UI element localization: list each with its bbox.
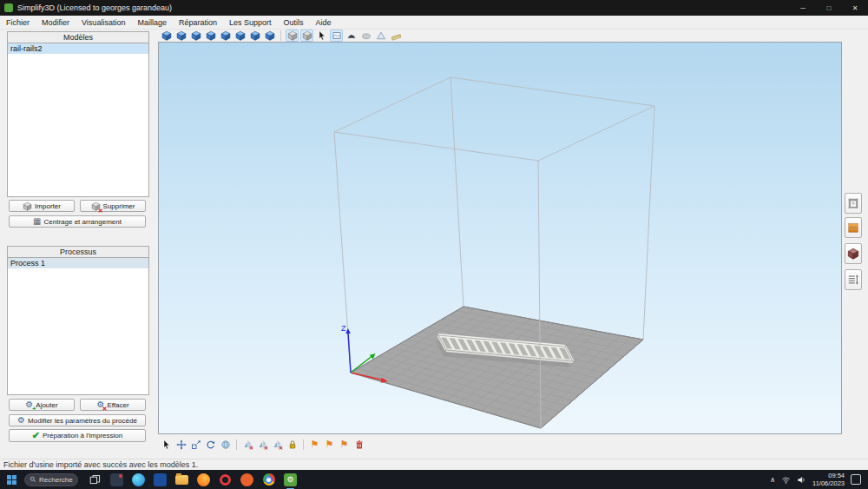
maroon-cube-icon <box>847 248 859 260</box>
delete-cube-icon: ✕ <box>91 202 101 211</box>
status-bar: Fichier d'usine importé avec succès avec… <box>0 459 868 470</box>
smooth-view-icon[interactable] <box>359 30 372 42</box>
models-panel-title: Modèles <box>8 32 148 43</box>
search-icon <box>30 476 36 483</box>
main-area: Modèles rail-rails2 Importer ✕ Supprimer… <box>0 30 868 459</box>
view-cube-front-icon[interactable] <box>174 30 187 42</box>
edit-process-settings-button[interactable]: ⚙ Modifier les paramètres du procédé <box>9 414 146 426</box>
chrome-icon[interactable] <box>262 473 275 486</box>
add-process-button[interactable]: ⚙+ Ajouter <box>9 399 75 411</box>
network-icon[interactable] <box>781 475 791 485</box>
clear-process-button[interactable]: ⚙✕ Effacer <box>80 399 146 411</box>
taskbar-search[interactable]: Recherche <box>24 473 78 486</box>
move-tool-icon[interactable] <box>174 439 187 451</box>
grid-icon: ▦ <box>33 217 41 226</box>
view-cube-right-icon[interactable] <box>219 30 232 42</box>
lock-tool-icon[interactable] <box>286 439 299 451</box>
menu-maillage[interactable]: Maillage <box>131 16 173 30</box>
title-bar: Simplify3D (Licensed to georges garandea… <box>0 0 868 16</box>
window-title: Simplify3D (Licensed to georges garandea… <box>17 3 172 12</box>
maximize-button[interactable]: □ <box>816 0 842 16</box>
import-button[interactable]: Importer <box>9 200 75 212</box>
mail-app-icon[interactable] <box>110 473 123 486</box>
import-cube-icon <box>23 202 32 211</box>
view-cube-back-icon[interactable] <box>189 30 202 42</box>
task-view-icon[interactable] <box>89 473 102 486</box>
mirror-z-tool-icon[interactable]: ✕ <box>271 439 284 451</box>
windows-logo-icon <box>7 475 16 485</box>
toolbar-separator <box>303 439 304 450</box>
firefox-icon[interactable] <box>197 473 210 486</box>
solid-view-icon[interactable] <box>345 30 358 42</box>
process-list-toggle-button[interactable] <box>845 269 862 290</box>
simplify3d-taskbar-icon[interactable]: ⚙ <box>284 473 297 486</box>
taskbar-clock[interactable]: 09:54 11/06/2023 <box>812 472 845 488</box>
gear-plus-icon: ⚙+ <box>25 400 33 409</box>
close-button[interactable]: ✕ <box>842 0 868 16</box>
build-scene: Z <box>159 43 843 435</box>
menu-les-support[interactable]: Les Support <box>223 16 278 30</box>
search-placeholder: Recherche <box>39 476 73 484</box>
process-list[interactable]: Process 1 <box>8 257 148 394</box>
machine-toggle-button[interactable] <box>845 193 862 214</box>
measure-tool-icon[interactable] <box>389 30 402 42</box>
layer-view-toggle-button[interactable] <box>845 217 862 238</box>
select-cursor-icon[interactable] <box>315 30 328 42</box>
taskbar-apps: ⚙ <box>89 473 297 486</box>
brave-icon[interactable] <box>240 473 253 486</box>
view-cube-top-icon[interactable] <box>233 30 247 42</box>
start-button[interactable] <box>0 470 23 489</box>
mirror-y-tool-icon[interactable]: ✕ <box>256 439 269 451</box>
add-support-icon[interactable]: ⚑ <box>323 439 336 451</box>
view-cube-left-icon[interactable] <box>204 30 217 42</box>
view-cube-iso-icon[interactable] <box>160 30 173 42</box>
models-list[interactable]: rail-rails2 <box>8 43 148 196</box>
file-explorer-icon[interactable] <box>175 473 188 486</box>
opera-icon[interactable] <box>219 473 232 486</box>
model-toolbar: ✕ ✕ ✕ ⚑ ⚑ ⚑ <box>160 437 365 452</box>
delete-tool-icon[interactable] <box>352 439 365 451</box>
menu-fichier[interactable]: Fichier <box>0 16 36 30</box>
notification-center-icon[interactable] <box>851 474 861 485</box>
simplify3d-logo-icon <box>4 3 13 12</box>
volume-icon[interactable] <box>797 475 806 485</box>
remove-support-icon[interactable]: ⚑ <box>338 439 351 451</box>
select-tool-icon[interactable] <box>160 439 173 451</box>
wireframe-view-icon[interactable] <box>300 30 313 42</box>
menu-reparation[interactable]: Réparation <box>173 16 223 30</box>
menu-outils[interactable]: Outils <box>278 16 310 30</box>
tray-chevron-icon[interactable]: ∧ <box>770 476 775 484</box>
gear-icon: ⚙ <box>17 416 25 425</box>
viewport-3d[interactable]: Z <box>158 42 842 434</box>
view-cube-bottom-icon[interactable] <box>248 30 261 42</box>
prepare-to-print-button[interactable]: ✔ Préparation à l'impression <box>9 429 146 442</box>
minimize-button[interactable]: ─ <box>790 0 816 16</box>
model-list-item[interactable]: rail-rails2 <box>8 43 148 54</box>
process-panel-title: Processus <box>8 247 148 257</box>
system-tray: ∧ 09:54 11/06/2023 <box>770 472 868 488</box>
view-toolbar <box>160 30 402 42</box>
edge-icon[interactable] <box>132 473 145 486</box>
mirror-x-tool-icon[interactable]: ✕ <box>241 439 254 451</box>
cross-section-icon[interactable] <box>286 30 299 42</box>
surface-view-icon[interactable] <box>374 30 387 42</box>
rotate-tool-icon[interactable] <box>204 439 217 451</box>
menu-bar: Fichier Modifier Visualisation Maillage … <box>0 16 868 30</box>
models-toggle-button[interactable] <box>845 243 862 264</box>
toolbar-separator <box>280 30 281 41</box>
preview-window-icon[interactable] <box>330 30 343 42</box>
center-arrange-button[interactable]: ▦ Centrage et arrangement <box>9 215 146 228</box>
menu-modifier[interactable]: Modifier <box>36 16 76 30</box>
scale-tool-icon[interactable] <box>189 439 202 451</box>
word-app-icon[interactable] <box>154 473 167 486</box>
menu-visualisation[interactable]: Visualisation <box>76 16 131 30</box>
place-surface-tool-icon[interactable] <box>219 439 232 451</box>
view-cube-custom-icon[interactable] <box>263 30 276 42</box>
toolbar-separator <box>236 439 237 450</box>
menu-aide[interactable]: Aide <box>310 16 338 30</box>
process-list-item[interactable]: Process 1 <box>8 258 148 268</box>
support-structure-icon[interactable]: ⚑ <box>308 439 321 451</box>
process-panel: Processus Process 1 <box>7 246 149 395</box>
layers-icon <box>847 221 859 234</box>
delete-model-button[interactable]: ✕ Supprimer <box>80 200 146 212</box>
